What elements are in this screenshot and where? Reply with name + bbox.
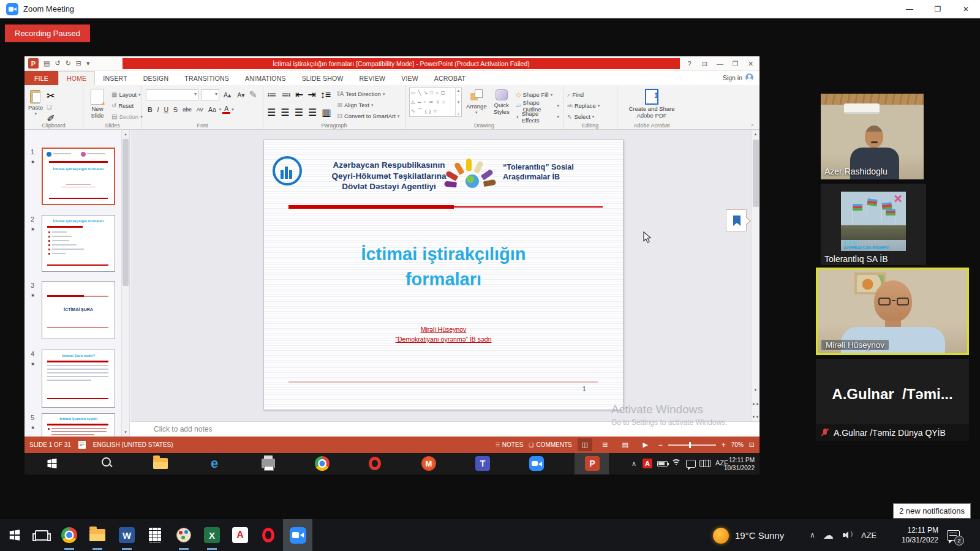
printer-icon[interactable]	[260, 455, 276, 471]
thumbnail-scrollbar[interactable]: ▲ ▼	[121, 130, 129, 437]
select-button[interactable]: ⇖Select▾	[567, 111, 613, 122]
find-button[interactable]: ⌕Find	[567, 89, 613, 100]
scroll-up-icon[interactable]: ▲	[752, 130, 760, 138]
align-center-icon[interactable]: ☰	[281, 107, 289, 118]
next-slide-icon[interactable]: ▼▼	[752, 413, 760, 421]
save-icon[interactable]: ▤	[43, 59, 50, 67]
zoom-slider[interactable]	[668, 444, 716, 446]
restore-icon[interactable]: ❐	[924, 0, 952, 18]
copy-icon[interactable]: ❏	[47, 104, 55, 110]
align-left-icon[interactable]: ☰	[267, 107, 276, 118]
powerpoint-taskbar-icon[interactable]: P	[584, 455, 600, 471]
undo-icon[interactable]: ↺	[55, 59, 60, 67]
paint-icon[interactable]	[175, 527, 192, 544]
notes-toggle[interactable]: ☰NOTES	[496, 441, 524, 448]
minimize-icon[interactable]: —	[895, 0, 924, 18]
participant-video-azer[interactable]: Azer Rashidoglu	[821, 94, 924, 179]
reset-button[interactable]: ↺Reset	[111, 100, 143, 111]
slide-thumbnail-4[interactable]: İctimai Şura nədir?	[42, 350, 115, 408]
shape-gallery[interactable]: ▭╲↘□○◻ △⌙⌐⇨⇩⌂ ∿⌒{}☆ ▲▼≡	[409, 88, 462, 117]
scroll-down-icon[interactable]: ▼	[752, 386, 760, 394]
new-slide-button[interactable]: New Slide	[87, 88, 108, 122]
underline-button[interactable]: U	[162, 106, 171, 113]
tab-file[interactable]: FILE	[24, 71, 58, 85]
arrange-button[interactable]: Arrange ▾	[466, 88, 487, 115]
columns-icon[interactable]: ▥	[322, 107, 331, 118]
start-button[interactable]	[44, 455, 60, 471]
help-icon[interactable]: ?	[682, 56, 697, 71]
file-explorer-icon[interactable]	[153, 455, 168, 471]
change-case-button[interactable]: Aa	[206, 106, 218, 113]
bold-button[interactable]: B	[146, 106, 154, 113]
normal-view-icon[interactable]: ◫	[578, 438, 592, 451]
participant-video-tolerantliq[interactable]: SAĞ OL, AZƏRBAYCAN ƏSGƏRİ! Tolerantlıq S…	[821, 184, 926, 265]
acrobat-icon[interactable]: A	[232, 527, 249, 544]
calculator-icon[interactable]	[146, 527, 164, 544]
viewer-clock[interactable]: 12:11 PM 10/31/2022	[887, 526, 938, 545]
chrome-icon[interactable]	[61, 527, 78, 544]
increase-indent-icon[interactable]: ⇥	[307, 89, 315, 100]
scrollbar-thumb[interactable]	[123, 139, 129, 286]
scroll-up-icon[interactable]: ▲	[122, 130, 129, 138]
slide-canvas[interactable]: Azərbaycan Respublikasının Qeyri-Hökumət…	[263, 140, 624, 410]
numbering-icon[interactable]: ≕	[281, 89, 291, 100]
create-pdf-button[interactable]: Create and Share Adobe PDF	[621, 88, 682, 119]
slide-sorter-view-icon[interactable]: ⊞	[598, 438, 612, 451]
start-slideshow-icon[interactable]: ⊟	[76, 59, 81, 67]
shape-gallery-scrollbar[interactable]: ▲▼≡	[455, 88, 461, 116]
clear-formatting-icon[interactable]: ✎	[249, 89, 257, 100]
zoom-in-icon[interactable]: +	[722, 441, 726, 449]
tab-home[interactable]: HOME	[58, 71, 95, 85]
slide-thumbnail-1[interactable]: İctimai iştirakçılığın formaları	[42, 148, 115, 205]
slideshow-view-icon[interactable]: ▶	[638, 438, 653, 451]
volume-icon[interactable]: )	[843, 519, 853, 551]
decrease-indent-icon[interactable]: ⇤	[295, 89, 303, 100]
tab-acrobat[interactable]: ACROBAT	[426, 71, 473, 85]
weather-sun-icon[interactable]	[712, 527, 729, 544]
tab-animations[interactable]: ANIMATIONS	[237, 71, 294, 85]
italic-button[interactable]: I	[156, 106, 161, 113]
tab-slideshow[interactable]: SLIDE SHOW	[294, 71, 352, 85]
shape-effects-button[interactable]: ◐Shape Effects▾	[516, 111, 559, 122]
tray-chevron-icon[interactable]: ∧	[810, 519, 815, 551]
quick-styles-button[interactable]: Quick Styles	[491, 88, 512, 116]
gmail-profile-icon[interactable]: M	[421, 455, 437, 471]
redo-icon[interactable]: ↻	[66, 59, 71, 67]
recording-paused-badge[interactable]: Recording Paused	[5, 24, 90, 42]
slide-thumbnail-3[interactable]: İCTİMAİ ŞURA	[42, 281, 115, 339]
action-center-icon[interactable]: 2	[947, 519, 960, 551]
customize-qat-icon[interactable]: ▾	[86, 59, 90, 67]
align-text-button[interactable]: ⊞Align Text▾	[337, 100, 400, 110]
participant-tile-agulnar[interactable]: A.Gulnar /Təmi... A.Gulnar /Təmiz Dünya …	[816, 359, 969, 441]
editor-scrollbar[interactable]: ▲ ▼ ▲▲ ▼▼	[751, 130, 760, 421]
layout-button[interactable]: ▦Layout▾	[111, 89, 143, 100]
start-button[interactable]	[6, 527, 23, 544]
edge-icon[interactable]: e	[206, 455, 222, 471]
spellcheck-icon[interactable]	[78, 441, 86, 449]
character-spacing-button[interactable]: AV	[195, 107, 205, 113]
teams-icon[interactable]: T	[475, 455, 491, 471]
slide-thumbnail-2[interactable]: İctimai iştirakçılığın formaları	[42, 215, 115, 272]
font-name-combobox[interactable]	[146, 89, 198, 100]
keyboard-icon[interactable]	[697, 455, 713, 471]
chrome-icon[interactable]	[314, 455, 330, 471]
onedrive-cloud-icon[interactable]: ☁	[823, 519, 834, 551]
fit-to-window-icon[interactable]: ⊡	[749, 441, 755, 449]
align-right-icon[interactable]: ☰	[295, 107, 303, 118]
font-color-button[interactable]: A	[222, 105, 230, 114]
slide-thumbnail-5[interactable]: İctimai Şuranın təşkili	[42, 413, 115, 437]
pp-minimize-icon[interactable]: —	[712, 56, 728, 71]
word-icon[interactable]: W	[118, 527, 135, 544]
pp-close-icon[interactable]: ✕	[743, 56, 758, 71]
bullets-icon[interactable]: ≔	[267, 89, 277, 100]
opera-icon[interactable]	[260, 527, 277, 544]
zoom-app-icon[interactable]	[529, 455, 545, 471]
shadow-button[interactable]: S	[172, 106, 179, 113]
excel-icon[interactable]: X	[203, 527, 221, 544]
file-explorer-icon[interactable]	[89, 527, 106, 544]
language-indicator[interactable]: ENGLISH (UNITED STATES)	[93, 441, 173, 448]
powerpoint-logo-icon[interactable]: P	[28, 58, 39, 69]
comments-toggle[interactable]: ❏COMMENTS	[529, 441, 571, 448]
shrink-font-icon[interactable]: A▾	[235, 91, 246, 99]
notes-pane[interactable]: Click to add notes	[130, 421, 760, 437]
